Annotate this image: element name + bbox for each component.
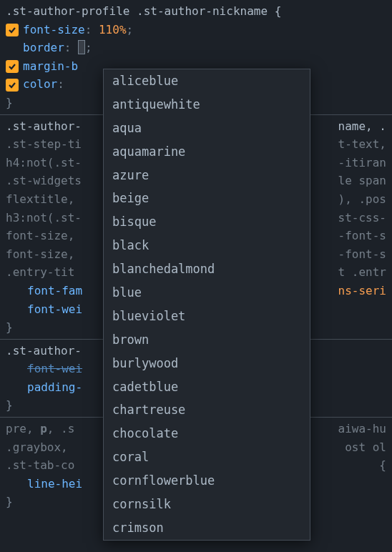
- autocomplete-item[interactable]: cornsilk: [104, 493, 310, 516]
- checkbox-icon[interactable]: [6, 79, 19, 92]
- checkbox-icon[interactable]: [6, 24, 19, 36]
- autocomplete-item[interactable]: blueviolet: [104, 305, 310, 328]
- autocomplete-item[interactable]: aliceblue: [104, 69, 310, 93]
- css-value: 110%: [99, 23, 127, 36]
- autocomplete-item[interactable]: chocolate: [104, 422, 310, 445]
- css-declaration[interactable]: border: ;: [6, 39, 386, 57]
- autocomplete-item[interactable]: antiquewhite: [104, 93, 310, 117]
- autocomplete-item[interactable]: crimson: [104, 516, 310, 540]
- autocomplete-item[interactable]: aqua: [104, 117, 310, 140]
- css-property: font-fam: [27, 284, 82, 297]
- css-property: color: [23, 77, 57, 91]
- autocomplete-item[interactable]: bisque: [104, 210, 310, 234]
- autocomplete-item[interactable]: cadetblue: [104, 375, 310, 399]
- autocomplete-item[interactable]: azure: [104, 164, 310, 187]
- autocomplete-item[interactable]: burlywood: [104, 352, 310, 375]
- autocomplete-item[interactable]: aquamarine: [104, 140, 310, 164]
- css-property-overridden: font-wei: [27, 362, 82, 375]
- css-declaration[interactable]: font-size: 110%;: [6, 21, 386, 39]
- autocomplete-popup[interactable]: aliceblue antiquewhite aqua aquamarine a…: [103, 69, 310, 541]
- autocomplete-item[interactable]: chartreuse: [104, 398, 310, 422]
- css-property: line-hei: [27, 477, 82, 491]
- css-property: padding-: [27, 380, 82, 394]
- autocomplete-item[interactable]: coral: [104, 445, 310, 469]
- css-property: margin-b: [23, 59, 78, 73]
- autocomplete-item[interactable]: black: [104, 234, 310, 257]
- autocomplete-item[interactable]: blue: [104, 281, 310, 305]
- css-property: font-wei: [27, 302, 82, 316]
- css-selector: .st-author-profile .st-author-nickname {: [6, 2, 386, 21]
- autocomplete-item[interactable]: beige: [104, 187, 310, 210]
- autocomplete-item[interactable]: cornflowerblue: [104, 469, 310, 493]
- checkbox-icon[interactable]: [6, 60, 19, 73]
- css-property: border: [23, 41, 64, 54]
- text-cursor: [78, 40, 85, 54]
- css-property: font-size: [23, 23, 85, 36]
- autocomplete-item[interactable]: brown: [104, 328, 310, 352]
- autocomplete-item[interactable]: blanchedalmond: [104, 257, 310, 281]
